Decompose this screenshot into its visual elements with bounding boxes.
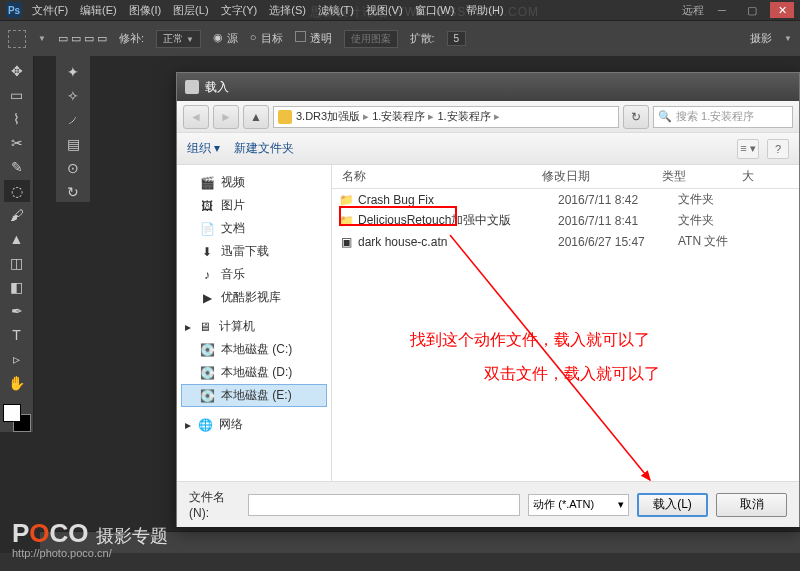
transparent-checkbox[interactable] [295,31,306,42]
stamp-tool[interactable]: ▲ [4,228,30,250]
use-pattern-button: 使用图案 [344,30,398,48]
path-tool[interactable]: ▹ [4,348,30,370]
list-item[interactable]: ▣ dark house-c.atn 2016/6/27 15:47 ATN 文… [332,231,799,252]
menu-image[interactable]: 图像(I) [129,3,161,18]
menu-file[interactable]: 文件(F) [32,3,68,18]
tree-network[interactable]: ▸🌐网络 [181,413,327,436]
wand-icon[interactable]: ✦ [63,62,83,82]
atn-icon: ▣ [338,235,354,249]
tree-music[interactable]: ♪音乐 [181,263,327,286]
view-button[interactable]: ≡ ▾ [737,139,759,159]
tree-downloads[interactable]: ⬇迅雷下载 [181,240,327,263]
eyedropper-tool[interactable]: ✎ [4,156,30,178]
col-size[interactable]: 大 [742,168,799,185]
col-name[interactable]: 名称 [332,168,542,185]
cancel-button[interactable]: 取消 [716,493,787,517]
dialog-titlebar[interactable]: 载入 [177,73,799,101]
image-icon: 🖼 [199,199,215,213]
dialog-bottom: 文件名(N): 动作 (*.ATN)▾ 载入(L) 取消 [177,481,799,527]
brush-tool[interactable]: 🖌 [4,204,30,226]
folder-tree: 🎬视频 🖼图片 📄文档 ⬇迅雷下载 ♪音乐 ▶优酷影视库 ▸🖥计算机 💽本地磁盘… [177,165,332,481]
doc-icon: 📄 [199,222,215,236]
menu-type[interactable]: 文字(Y) [221,3,258,18]
drive-icon: 💽 [199,343,215,357]
color-swatch[interactable] [3,404,31,432]
search-icon: 🔍 [658,110,672,123]
workspace-select[interactable]: 摄影 [750,31,772,46]
pen-tool[interactable]: ✒ [4,300,30,322]
tree-computer[interactable]: ▸🖥计算机 [181,315,327,338]
menu-edit[interactable]: 编辑(E) [80,3,117,18]
video-icon: 🎬 [199,176,215,190]
dialog-pathbar: ◄ ► ▲ 3.DR3加强版▸ 1.安装程序▸ 1.安装程序▸ ↻ 🔍 搜索 1… [177,101,799,133]
poco-watermark: POCO 摄影专题 http://photo.poco.cn/ [12,518,168,559]
eraser-tool[interactable]: ◫ [4,252,30,274]
tree-youku[interactable]: ▶优酷影视库 [181,286,327,309]
list-header[interactable]: 名称 修改日期 类型 大 [332,165,799,189]
tree-drive-e[interactable]: 💽本地磁盘 (E:) [181,384,327,407]
type-tool[interactable]: T [4,324,30,346]
filename-label: 文件名(N): [189,489,240,520]
newfolder-button[interactable]: 新建文件夹 [234,140,294,157]
close-button[interactable]: ✕ [770,2,794,18]
menu-select[interactable]: 选择(S) [269,3,306,18]
folder-icon [278,110,292,124]
tree-pictures[interactable]: 🖼图片 [181,194,327,217]
refresh-button[interactable]: ↻ [623,105,649,129]
music-icon: ♪ [199,268,215,282]
menu-layer[interactable]: 图层(L) [173,3,208,18]
rotate-icon[interactable]: ↻ [63,182,83,202]
network-icon: 🌐 [197,418,213,432]
list-item[interactable]: 📁 DeliciousRetouch加强中文版 2016/7/11 8:41 文… [332,210,799,231]
search-input[interactable]: 🔍 搜索 1.安装程序 [653,106,793,128]
breadcrumb[interactable]: 3.DR3加强版▸ 1.安装程序▸ 1.安装程序▸ [273,106,619,128]
drive-icon: 💽 [199,389,215,403]
ps-side-panel: ✦ ✧ ⟋ ▤ ⊙ ↻ [56,56,90,202]
help-button[interactable]: ? [767,139,789,159]
ruler-icon[interactable]: ⟋ [63,110,83,130]
patch-tool[interactable]: ◌ [4,180,30,202]
crop-tool[interactable]: ✂ [4,132,30,154]
dialog-icon [185,80,199,94]
list-item[interactable]: 📁 Crash Bug Fix 2016/7/11 8:42 文件夹 [332,189,799,210]
youku-icon: ▶ [199,291,215,305]
remote-label: 远程 [682,3,704,18]
organize-button[interactable]: 组织 ▾ [187,140,220,157]
dialog-title: 载入 [205,79,229,96]
drive-icon: 💽 [199,366,215,380]
filetype-select[interactable]: 动作 (*.ATN)▾ [528,494,629,516]
folder-icon: 📁 [338,193,354,207]
tree-drive-d[interactable]: 💽本地磁盘 (D:) [181,361,327,384]
maximize-button[interactable]: ▢ [740,2,764,18]
minimize-button[interactable]: ─ [710,2,734,18]
marquee-tool[interactable]: ▭ [4,84,30,106]
gradient-tool[interactable]: ◧ [4,276,30,298]
hand-tool[interactable]: ✋ [4,372,30,394]
tree-video[interactable]: 🎬视频 [181,171,327,194]
mode-select[interactable]: 正常 ▼ [156,30,201,48]
tool-preset-icon[interactable] [8,30,26,48]
lasso-tool[interactable]: ⌇ [4,108,30,130]
col-date[interactable]: 修改日期 [542,168,662,185]
ps-logo: Ps [6,2,22,18]
note-icon[interactable]: ▤ [63,134,83,154]
tree-drive-c[interactable]: 💽本地磁盘 (C:) [181,338,327,361]
file-list: 名称 修改日期 类型 大 📁 Crash Bug Fix 2016/7/11 8… [332,165,799,481]
forward-button[interactable]: ► [213,105,239,129]
count-icon[interactable]: ⊙ [63,158,83,178]
load-dialog: 载入 ◄ ► ▲ 3.DR3加强版▸ 1.安装程序▸ 1.安装程序▸ ↻ 🔍 搜… [176,72,800,527]
diffuse-input[interactable]: 5 [447,31,467,46]
load-button[interactable]: 载入(L) [637,493,708,517]
watermark-top: 思缘设计论坛 WWW.MISSYUAN.COM [310,4,539,21]
col-type[interactable]: 类型 [662,168,742,185]
up-button[interactable]: ▲ [243,105,269,129]
source-radio[interactable]: 源 [227,31,238,46]
filename-input[interactable] [248,494,520,516]
tree-documents[interactable]: 📄文档 [181,217,327,240]
dest-radio[interactable]: 目标 [261,31,283,46]
back-button[interactable]: ◄ [183,105,209,129]
dialog-toolbar: 组织 ▾ 新建文件夹 ≡ ▾ ? [177,133,799,165]
move-tool[interactable]: ✥ [4,60,30,82]
wand2-icon[interactable]: ✧ [63,86,83,106]
repair-label: 修补: [119,31,144,46]
